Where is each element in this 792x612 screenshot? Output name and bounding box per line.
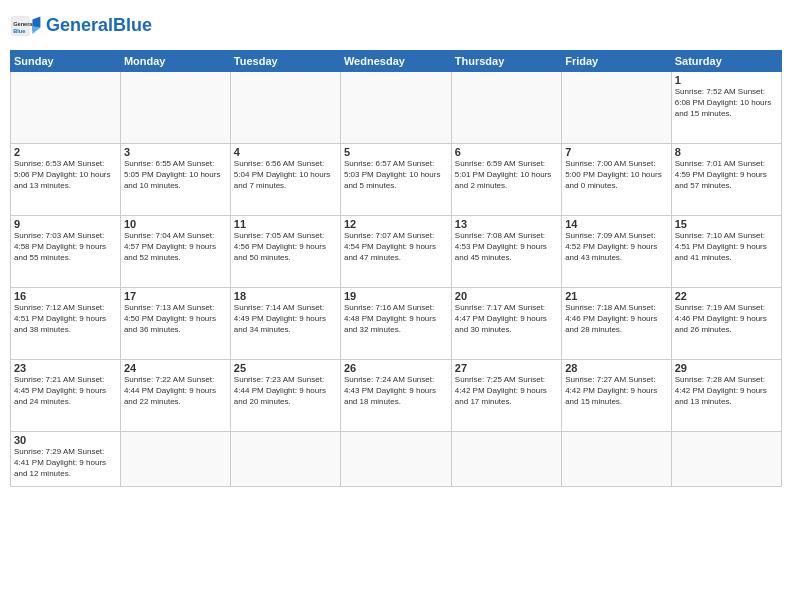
- day-number: 3: [124, 146, 227, 158]
- day-cell: 26Sunrise: 7:24 AM Sunset: 4:43 PM Dayli…: [340, 360, 451, 432]
- day-number: 6: [455, 146, 558, 158]
- day-cell: [451, 432, 561, 487]
- day-cell: 22Sunrise: 7:19 AM Sunset: 4:46 PM Dayli…: [671, 288, 781, 360]
- day-number: 5: [344, 146, 448, 158]
- day-number: 14: [565, 218, 668, 230]
- day-cell: 21Sunrise: 7:18 AM Sunset: 4:46 PM Dayli…: [562, 288, 672, 360]
- day-cell: 11Sunrise: 7:05 AM Sunset: 4:56 PM Dayli…: [230, 216, 340, 288]
- day-number: 20: [455, 290, 558, 302]
- day-cell: 16Sunrise: 7:12 AM Sunset: 4:51 PM Dayli…: [11, 288, 121, 360]
- day-info: Sunrise: 7:04 AM Sunset: 4:57 PM Dayligh…: [124, 231, 227, 263]
- weekday-header-saturday: Saturday: [671, 51, 781, 72]
- day-cell: 23Sunrise: 7:21 AM Sunset: 4:45 PM Dayli…: [11, 360, 121, 432]
- day-number: 7: [565, 146, 668, 158]
- day-cell: 25Sunrise: 7:23 AM Sunset: 4:44 PM Dayli…: [230, 360, 340, 432]
- day-info: Sunrise: 6:53 AM Sunset: 5:06 PM Dayligh…: [14, 159, 117, 191]
- day-cell: [340, 72, 451, 144]
- day-cell: [120, 432, 230, 487]
- day-number: 26: [344, 362, 448, 374]
- day-info: Sunrise: 7:28 AM Sunset: 4:42 PM Dayligh…: [675, 375, 778, 407]
- day-number: 25: [234, 362, 337, 374]
- logo-icon: General Blue: [10, 10, 42, 42]
- day-info: Sunrise: 7:13 AM Sunset: 4:50 PM Dayligh…: [124, 303, 227, 335]
- page: General Blue GeneralBlue SundayMondayTue…: [0, 0, 792, 612]
- day-number: 27: [455, 362, 558, 374]
- day-info: Sunrise: 6:55 AM Sunset: 5:05 PM Dayligh…: [124, 159, 227, 191]
- day-cell: 27Sunrise: 7:25 AM Sunset: 4:42 PM Dayli…: [451, 360, 561, 432]
- day-info: Sunrise: 7:17 AM Sunset: 4:47 PM Dayligh…: [455, 303, 558, 335]
- day-cell: 18Sunrise: 7:14 AM Sunset: 4:49 PM Dayli…: [230, 288, 340, 360]
- day-info: Sunrise: 7:00 AM Sunset: 5:00 PM Dayligh…: [565, 159, 668, 191]
- week-row-5: 23Sunrise: 7:21 AM Sunset: 4:45 PM Dayli…: [11, 360, 782, 432]
- day-number: 15: [675, 218, 778, 230]
- day-cell: 1Sunrise: 7:52 AM Sunset: 6:08 PM Daylig…: [671, 72, 781, 144]
- day-info: Sunrise: 7:19 AM Sunset: 4:46 PM Dayligh…: [675, 303, 778, 335]
- weekday-header-thursday: Thursday: [451, 51, 561, 72]
- day-cell: 9Sunrise: 7:03 AM Sunset: 4:58 PM Daylig…: [11, 216, 121, 288]
- day-number: 24: [124, 362, 227, 374]
- day-number: 10: [124, 218, 227, 230]
- weekday-header-sunday: Sunday: [11, 51, 121, 72]
- day-number: 11: [234, 218, 337, 230]
- day-cell: [562, 72, 672, 144]
- day-cell: 8Sunrise: 7:01 AM Sunset: 4:59 PM Daylig…: [671, 144, 781, 216]
- day-info: Sunrise: 6:56 AM Sunset: 5:04 PM Dayligh…: [234, 159, 337, 191]
- day-cell: 28Sunrise: 7:27 AM Sunset: 4:42 PM Dayli…: [562, 360, 672, 432]
- week-row-6: 30Sunrise: 7:29 AM Sunset: 4:41 PM Dayli…: [11, 432, 782, 487]
- day-cell: 29Sunrise: 7:28 AM Sunset: 4:42 PM Dayli…: [671, 360, 781, 432]
- day-number: 28: [565, 362, 668, 374]
- day-info: Sunrise: 7:03 AM Sunset: 4:58 PM Dayligh…: [14, 231, 117, 263]
- day-number: 22: [675, 290, 778, 302]
- day-number: 12: [344, 218, 448, 230]
- svg-text:General: General: [13, 21, 34, 27]
- day-info: Sunrise: 7:01 AM Sunset: 4:59 PM Dayligh…: [675, 159, 778, 191]
- day-cell: 15Sunrise: 7:10 AM Sunset: 4:51 PM Dayli…: [671, 216, 781, 288]
- logo-general: General: [46, 15, 113, 35]
- day-cell: 20Sunrise: 7:17 AM Sunset: 4:47 PM Dayli…: [451, 288, 561, 360]
- day-number: 1: [675, 74, 778, 86]
- logo: General Blue GeneralBlue: [10, 10, 152, 42]
- day-number: 30: [14, 434, 117, 446]
- day-number: 18: [234, 290, 337, 302]
- day-number: 19: [344, 290, 448, 302]
- day-cell: [230, 72, 340, 144]
- day-number: 16: [14, 290, 117, 302]
- day-info: Sunrise: 7:05 AM Sunset: 4:56 PM Dayligh…: [234, 231, 337, 263]
- day-cell: [451, 72, 561, 144]
- weekday-header-friday: Friday: [562, 51, 672, 72]
- logo-text: GeneralBlue: [46, 16, 152, 36]
- day-info: Sunrise: 6:57 AM Sunset: 5:03 PM Dayligh…: [344, 159, 448, 191]
- day-info: Sunrise: 7:10 AM Sunset: 4:51 PM Dayligh…: [675, 231, 778, 263]
- day-cell: 19Sunrise: 7:16 AM Sunset: 4:48 PM Dayli…: [340, 288, 451, 360]
- day-cell: 5Sunrise: 6:57 AM Sunset: 5:03 PM Daylig…: [340, 144, 451, 216]
- logo-blue: Blue: [113, 15, 152, 35]
- day-cell: [230, 432, 340, 487]
- day-info: Sunrise: 7:24 AM Sunset: 4:43 PM Dayligh…: [344, 375, 448, 407]
- day-info: Sunrise: 7:23 AM Sunset: 4:44 PM Dayligh…: [234, 375, 337, 407]
- day-cell: 30Sunrise: 7:29 AM Sunset: 4:41 PM Dayli…: [11, 432, 121, 487]
- day-number: 17: [124, 290, 227, 302]
- day-cell: 17Sunrise: 7:13 AM Sunset: 4:50 PM Dayli…: [120, 288, 230, 360]
- day-info: Sunrise: 7:09 AM Sunset: 4:52 PM Dayligh…: [565, 231, 668, 263]
- week-row-4: 16Sunrise: 7:12 AM Sunset: 4:51 PM Dayli…: [11, 288, 782, 360]
- week-row-2: 2Sunrise: 6:53 AM Sunset: 5:06 PM Daylig…: [11, 144, 782, 216]
- day-cell: 24Sunrise: 7:22 AM Sunset: 4:44 PM Dayli…: [120, 360, 230, 432]
- week-row-1: 1Sunrise: 7:52 AM Sunset: 6:08 PM Daylig…: [11, 72, 782, 144]
- day-info: Sunrise: 7:29 AM Sunset: 4:41 PM Dayligh…: [14, 447, 117, 479]
- day-number: 29: [675, 362, 778, 374]
- day-cell: 3Sunrise: 6:55 AM Sunset: 5:05 PM Daylig…: [120, 144, 230, 216]
- weekday-header-wednesday: Wednesday: [340, 51, 451, 72]
- day-info: Sunrise: 7:21 AM Sunset: 4:45 PM Dayligh…: [14, 375, 117, 407]
- day-cell: 14Sunrise: 7:09 AM Sunset: 4:52 PM Dayli…: [562, 216, 672, 288]
- day-cell: [562, 432, 672, 487]
- day-info: Sunrise: 7:16 AM Sunset: 4:48 PM Dayligh…: [344, 303, 448, 335]
- day-number: 21: [565, 290, 668, 302]
- day-cell: [11, 72, 121, 144]
- day-cell: [671, 432, 781, 487]
- day-cell: 10Sunrise: 7:04 AM Sunset: 4:57 PM Dayli…: [120, 216, 230, 288]
- day-number: 4: [234, 146, 337, 158]
- day-cell: 2Sunrise: 6:53 AM Sunset: 5:06 PM Daylig…: [11, 144, 121, 216]
- day-cell: 12Sunrise: 7:07 AM Sunset: 4:54 PM Dayli…: [340, 216, 451, 288]
- weekday-header-monday: Monday: [120, 51, 230, 72]
- day-cell: 4Sunrise: 6:56 AM Sunset: 5:04 PM Daylig…: [230, 144, 340, 216]
